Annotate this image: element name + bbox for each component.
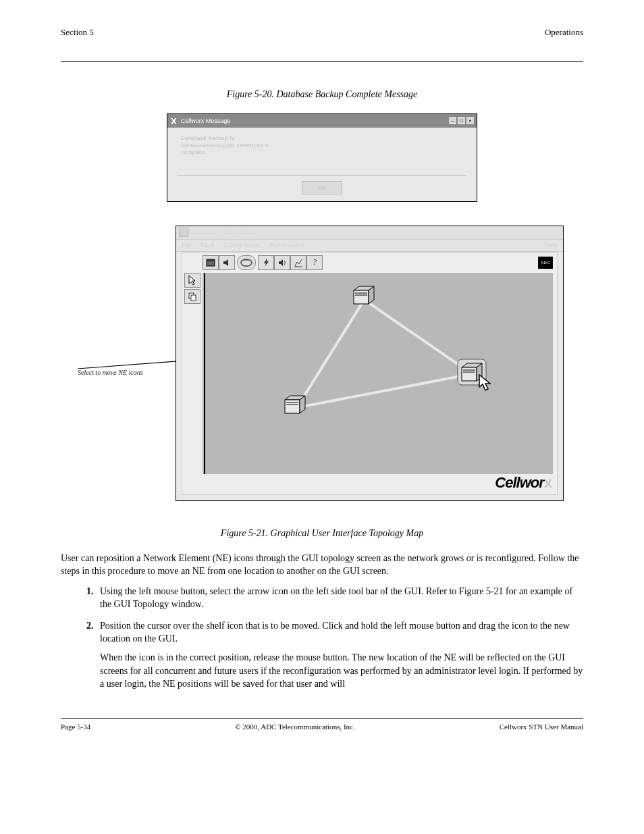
svg-line-15 xyxy=(297,373,472,407)
cursor-icon xyxy=(478,374,493,392)
svg-marker-32 xyxy=(479,375,490,390)
svg-marker-4 xyxy=(223,259,228,266)
adc-badge: ADC xyxy=(538,257,553,269)
menu-configuration[interactable]: Configuration xyxy=(224,242,261,249)
toolbtn-ring-icon[interactable] xyxy=(237,255,256,270)
menu-performance[interactable]: Performance xyxy=(269,242,304,249)
procedure-steps: Using the left mouse button, select the … xyxy=(61,585,583,691)
ne-node-left[interactable] xyxy=(284,394,306,415)
svg-rect-3 xyxy=(207,259,215,261)
message-dialog: X Cellworx Message – □ ▪ Database backup… xyxy=(167,113,477,202)
dialog-sysmenu[interactable]: X xyxy=(171,116,177,126)
topology-links xyxy=(203,273,553,474)
menubar: File Fault Configuration Performance Hel… xyxy=(176,240,563,252)
header-title: Operations xyxy=(545,27,583,38)
header-section: Section 5 xyxy=(61,27,94,38)
step-1: Using the left mouse button, select the … xyxy=(96,585,583,611)
dialog-title: Cellworx Message xyxy=(181,118,231,124)
topology-window: Cellworx - (Ring Name) File Fault Config… xyxy=(176,226,564,501)
dialog-separator xyxy=(178,175,466,176)
sysmenu-icon[interactable] xyxy=(179,228,188,237)
svg-marker-8 xyxy=(279,259,283,266)
header-rule xyxy=(61,61,583,62)
footer-copyright: © 2000, ADC Telecommunications, Inc. xyxy=(235,723,355,731)
svg-rect-28 xyxy=(462,367,477,381)
svg-line-0 xyxy=(78,361,186,369)
step-1-text: Using the left mouse button, select the … xyxy=(100,586,572,610)
toolbtn-speaker-icon[interactable] xyxy=(219,255,235,270)
svg-rect-17 xyxy=(354,290,369,304)
menu-fault[interactable]: Fault xyxy=(201,242,215,249)
fig20-caption: Figure 5-20. Database Backup Complete Me… xyxy=(61,89,583,100)
toolbtn-select-arrow[interactable] xyxy=(184,273,200,288)
minimize-button[interactable]: – xyxy=(448,116,457,125)
step-2: Position the cursor over the shelf icon … xyxy=(96,619,583,691)
app-window-title: Cellworx - (Ring Name) xyxy=(192,229,256,236)
footer-page: Page 5-34 xyxy=(61,723,90,731)
ok-button[interactable]: OK xyxy=(302,181,342,194)
footer-manual: Cellworx STN User Manual xyxy=(500,723,583,731)
close-button[interactable]: ▪ xyxy=(466,116,475,125)
step-2-sub: When the icon is in the correct position… xyxy=(100,651,583,691)
toolbtn-help-icon[interactable]: ? xyxy=(306,255,323,270)
svg-rect-22 xyxy=(285,400,300,413)
intro-paragraph: User can reposition a Network Element (N… xyxy=(61,552,583,578)
annotation-text: Select to move NE icons xyxy=(78,369,143,376)
svg-line-14 xyxy=(365,300,473,374)
toolbar-left xyxy=(184,273,200,304)
brand-logo: Cellworx xyxy=(495,474,552,492)
svg-rect-12 xyxy=(191,295,196,301)
maximize-button[interactable]: □ xyxy=(457,116,466,125)
menu-file[interactable]: File xyxy=(182,242,192,249)
dialog-body: Database backup to /cellworx/backup/db.1… xyxy=(167,128,477,156)
toolbtn-lightning-icon[interactable] xyxy=(258,255,274,270)
menu-help[interactable]: Help xyxy=(545,242,558,249)
svg-marker-7 xyxy=(264,259,269,267)
topology-canvas[interactable] xyxy=(203,273,553,474)
app-inner: ? ADC xyxy=(182,252,558,495)
app-titlebar: Cellworx - (Ring Name) xyxy=(176,226,563,240)
dialog-message-line3: complete. xyxy=(181,149,207,156)
toolbar-top: ? ADC xyxy=(203,255,553,271)
toolbtn-copy-icon[interactable] xyxy=(184,289,200,304)
dialog-message-line2: /cellworx/backup/db.19990107.0 xyxy=(181,142,269,149)
toolbtn-chart-icon[interactable] xyxy=(290,255,306,270)
svg-marker-10 xyxy=(189,276,195,285)
fig21-caption: Figure 5-21. Graphical User Interface To… xyxy=(61,528,583,539)
step-2-text: Position the cursor over the shelf icon … xyxy=(100,621,570,644)
svg-line-13 xyxy=(297,300,365,408)
toolbtn-window-icon[interactable] xyxy=(203,255,219,270)
dialog-message-line1: Database backup to xyxy=(181,135,235,142)
footer-rule xyxy=(61,718,583,719)
dialog-titlebar: X Cellworx Message – □ ▪ xyxy=(167,114,477,128)
ne-node-top[interactable] xyxy=(352,285,375,305)
toolbtn-sound-icon[interactable] xyxy=(274,255,290,270)
